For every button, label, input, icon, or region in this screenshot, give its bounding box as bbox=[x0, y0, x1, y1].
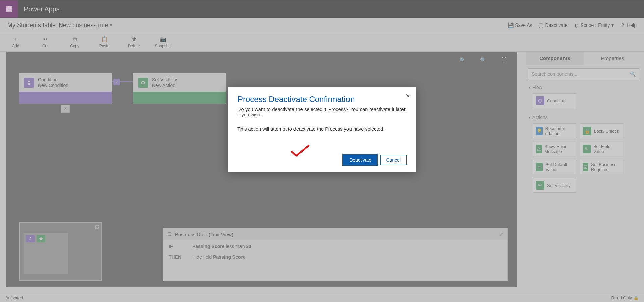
dialog-message-1: Do you want to deactivate the selected 1… bbox=[237, 107, 407, 117]
confirm-deactivate-button[interactable]: Deactivate bbox=[343, 155, 377, 165]
deactivate-confirmation-dialog: ✕ Process Deactivate Confirmation Do you… bbox=[228, 87, 416, 172]
close-button[interactable]: ✕ bbox=[406, 93, 410, 99]
annotation-red-check-icon bbox=[290, 144, 310, 159]
modal-overlay: ✕ Process Deactivate Confirmation Do you… bbox=[0, 0, 644, 302]
dialog-title: Process Deactivate Confirmation bbox=[237, 95, 407, 104]
cancel-button[interactable]: Cancel bbox=[380, 155, 407, 165]
dialog-message-2: This action will attempt to deactivate t… bbox=[237, 126, 407, 132]
